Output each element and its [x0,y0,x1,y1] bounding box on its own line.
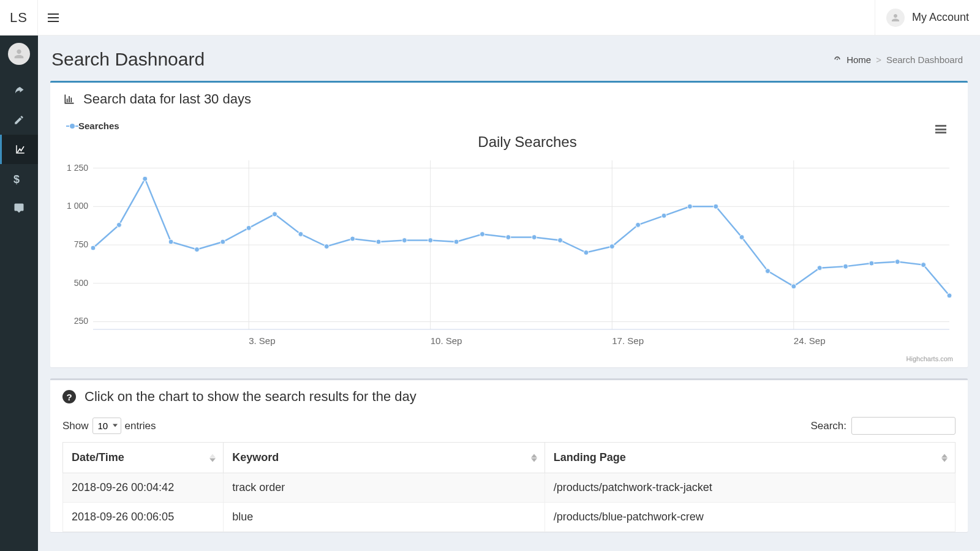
chart-container: Searches Daily Searches 2505007501 0001 … [50,116,968,367]
sidebar-item-comments[interactable] [0,193,38,223]
svg-point-35 [506,234,511,239]
col-landing[interactable]: Landing Page [545,443,955,473]
svg-point-37 [558,238,563,242]
main-content: Search Dashnoard Home > Search Dashboard… [38,36,980,551]
dollar-icon: $ [13,173,24,184]
svg-point-52 [947,293,952,298]
breadcrumb-separator: > [876,54,881,65]
svg-point-44 [739,234,744,239]
dashboard-icon [833,55,842,64]
breadcrumb-current: Search Dashboard [886,54,963,65]
svg-point-31 [402,238,407,242]
svg-point-33 [454,239,459,244]
hamburger-icon [48,13,59,22]
svg-point-50 [895,260,900,264]
page-title: Search Dashnoard [51,49,205,70]
page-size-select[interactable]: 10 [92,418,121,434]
entries-label: entries [125,420,156,432]
svg-point-19 [91,246,96,250]
col-datetime[interactable]: Date/Time [63,443,224,473]
table-row[interactable]: 2018-09-26 00:04:42track order/products/… [63,473,956,503]
svg-point-36 [532,234,537,239]
svg-point-32 [428,238,433,242]
svg-point-23 [194,247,199,252]
sidebar-item-edit[interactable] [0,105,38,135]
results-panel: ? Click on the chart to show the search … [50,378,968,532]
cell-datetime: 2018-09-26 00:06:05 [63,503,224,532]
chart-credits[interactable]: Highcharts.com [907,355,953,362]
table-search-label: Search: [810,420,846,432]
chart-legend[interactable]: Searches [70,121,956,131]
svg-text:500: 500 [74,278,89,288]
svg-point-49 [869,261,874,266]
svg-text:10. Sep: 10. Sep [431,335,462,346]
sidebar-item-billing[interactable]: $ [0,164,38,193]
bar-chart-icon [62,93,76,105]
svg-point-20 [116,222,121,227]
svg-point-42 [687,204,692,209]
question-icon: ? [62,390,76,403]
svg-point-22 [168,239,173,244]
sidebar-item-share[interactable] [0,76,38,105]
account-menu[interactable]: My Account [875,0,980,36]
svg-point-29 [350,236,355,241]
brand-logo[interactable]: LS [0,0,38,36]
chart-panel-title: Search data for last 30 days [83,91,251,107]
sort-icon [941,454,948,462]
sort-icon [209,454,216,462]
svg-text:24. Sep: 24. Sep [794,335,826,346]
legend-marker [70,124,75,129]
cell-landing: /products/patchwork-track-jacket [545,473,955,503]
line-chart[interactable]: 2505007501 0001 2503. Sep10. Sep17. Sep2… [62,154,956,350]
cell-keyword: blue [224,503,545,532]
svg-point-27 [298,231,303,236]
breadcrumb: Home > Search Dashboard [833,54,963,65]
chart-panel-header: Search data for last 30 days [50,83,968,116]
table-search-input[interactable] [851,417,956,435]
page-header: Search Dashnoard Home > Search Dashboard [38,36,980,81]
legend-label: Searches [78,121,119,131]
menu-bars-icon [935,125,946,133]
svg-text:1 250: 1 250 [67,163,88,173]
svg-point-43 [714,204,718,209]
show-label: Show [62,420,89,432]
svg-text:750: 750 [74,239,89,249]
svg-point-25 [246,225,251,230]
col-keyword[interactable]: Keyword [224,443,545,473]
edit-icon [13,114,24,126]
svg-point-41 [662,213,666,218]
sort-icon [531,454,537,462]
svg-point-38 [584,250,589,255]
svg-text:1 000: 1 000 [67,201,88,211]
sidebar-avatar[interactable] [8,43,30,65]
svg-point-28 [324,244,329,249]
results-hint-row: ? Click on the chart to show the search … [50,380,968,413]
results-table: Date/Time Keyword Landing Page 201 [62,442,956,532]
svg-point-46 [791,284,796,289]
table-controls: Show 10 entries Search: [50,413,968,442]
sidebar-item-analytics[interactable] [0,135,38,164]
chart-title: Daily Searches [99,133,956,151]
svg-point-48 [843,264,848,269]
sidebar: $ [0,36,38,551]
cell-datetime: 2018-09-26 00:04:42 [63,473,224,503]
svg-point-24 [221,239,225,244]
menu-toggle-button[interactable] [38,0,69,36]
chart-menu-button[interactable] [932,121,949,138]
svg-point-40 [636,222,641,227]
cell-landing: /products/blue-patchwork-crew [545,503,955,532]
chart-panel: Search data for last 30 days Searches Da… [50,81,968,367]
svg-text:3. Sep: 3. Sep [249,335,275,346]
svg-point-39 [609,244,614,249]
svg-point-45 [765,269,770,274]
results-hint-text: Click on the chart to show the search re… [85,389,417,405]
line-chart-icon [15,144,26,155]
breadcrumb-home[interactable]: Home [846,54,871,65]
comment-icon [13,203,24,214]
share-arrow-icon [13,85,24,96]
svg-point-34 [480,231,484,236]
table-row[interactable]: 2018-09-26 00:06:05blue/products/blue-pa… [63,503,956,532]
svg-point-30 [376,239,381,244]
avatar [886,9,905,27]
svg-text:17. Sep: 17. Sep [612,335,644,346]
